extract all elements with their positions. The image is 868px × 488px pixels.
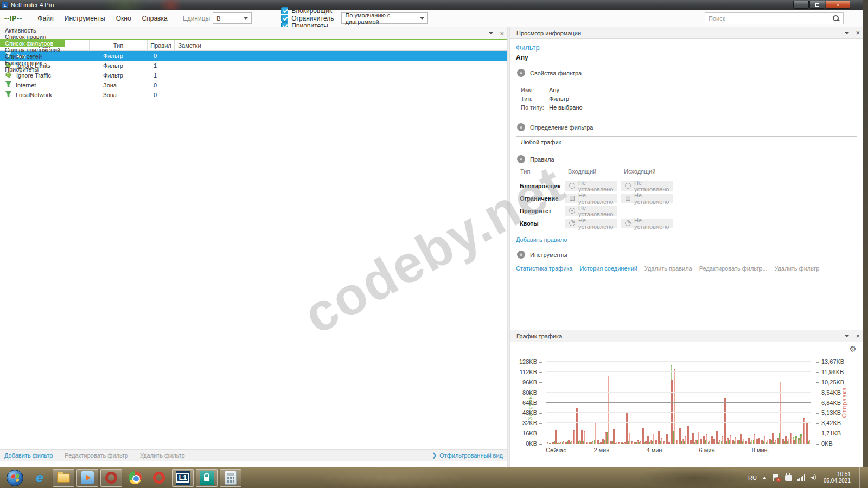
table-row[interactable]: InternetЗона0: [0, 80, 507, 90]
upload-bar: [558, 442, 559, 444]
tray-expand-icon[interactable]: [762, 477, 767, 479]
collapse-icon[interactable]: ∧: [517, 69, 525, 77]
network-signal-icon[interactable]: [797, 474, 805, 481]
filtered-view-link[interactable]: ❯ Отфильтрованный вид: [432, 452, 503, 459]
rule-incoming-badge[interactable]: Не установлено: [565, 219, 617, 228]
upload-bar: [597, 440, 599, 444]
menu-item-3[interactable]: Окно: [111, 12, 137, 24]
collapse-icon[interactable]: ∧: [517, 155, 525, 163]
row-type-cell: Фильтр: [90, 53, 148, 59]
pane-close-icon[interactable]: ×: [500, 30, 504, 37]
titlebar: L NetLimiter 4 Pro – ×: [0, 0, 863, 10]
tab-4[interactable]: Список приложений: [0, 47, 65, 53]
taskbar-item-opera-beta[interactable]: [100, 469, 122, 487]
menu-item-2[interactable]: Инструменты: [59, 12, 111, 24]
tab-2[interactable]: Список правил: [0, 34, 65, 40]
maximize-button[interactable]: [809, 1, 825, 9]
pane-close-icon[interactable]: ×: [856, 332, 860, 339]
opera-beta-icon: [105, 472, 117, 484]
taskbar-item-media-player[interactable]: [76, 469, 98, 487]
upload-bar: [565, 442, 567, 444]
search-input[interactable]: [709, 15, 832, 22]
tab-6[interactable]: Блокировщик: [0, 60, 65, 66]
upload-bar: [695, 440, 697, 444]
collapse-icon[interactable]: ∧: [517, 123, 525, 131]
section-tools[interactable]: ∧ Инструменты: [517, 251, 857, 259]
section-label: Инструменты: [530, 252, 567, 258]
pane-menu-icon[interactable]: [845, 32, 849, 34]
section-properties[interactable]: ∧ Свойства фильтра: [517, 69, 857, 77]
tool-link-2[interactable]: История соединений: [579, 265, 637, 272]
language-indicator[interactable]: RU: [748, 474, 757, 481]
upload-bar: [764, 436, 765, 444]
upload-bar: [751, 440, 752, 444]
upload-bar: [682, 439, 684, 444]
rule-outgoing-badge[interactable]: Не установлено: [621, 181, 673, 191]
rule-incoming-badge[interactable]: Не установлено: [565, 194, 617, 203]
minimize-button[interactable]: –: [793, 1, 809, 9]
tab-3[interactable]: Список фильтров: [0, 40, 65, 47]
menu-item-1[interactable]: Файл: [32, 12, 59, 24]
gear-icon[interactable]: ⚙: [850, 344, 857, 354]
show-desktop-button[interactable]: [859, 467, 864, 488]
taskbar-item-internet-explorer[interactable]: e: [29, 469, 50, 487]
filtered-view-label: Отфильтрованный вид: [439, 452, 503, 459]
pane-close-icon[interactable]: ×: [856, 29, 860, 36]
toolbar-checkbox-1[interactable]: Блокировщик: [281, 7, 334, 15]
view-mode-dropdown[interactable]: По умолчанию с диаграммой: [341, 12, 428, 24]
column-header-2[interactable]: Тип: [90, 40, 148, 50]
upload-bar: [629, 433, 630, 444]
tab-1[interactable]: Активность: [0, 27, 65, 34]
power-plug-icon[interactable]: [785, 475, 792, 481]
rule-type-label: Ограничение: [520, 195, 565, 202]
tool-link-1[interactable]: Статистика трафика: [516, 265, 572, 272]
menu-item-4[interactable]: Справка: [137, 12, 173, 24]
desktop: L NetLimiter 4 Pro – × --IP-- ФайлИнстру…: [0, 0, 868, 488]
add-rule-link[interactable]: Добавить правило: [516, 236, 857, 243]
upload-bar: [560, 442, 561, 444]
start-button[interactable]: [7, 470, 23, 486]
square-icon: [625, 195, 631, 201]
table-row[interactable]: AnyФильтр0: [0, 51, 507, 61]
upload-bar: [713, 439, 715, 444]
volume-icon[interactable]: [810, 474, 818, 481]
taskbar-item-calculator[interactable]: [220, 469, 241, 487]
rule-incoming-badge[interactable]: Не установлено: [565, 181, 617, 191]
taskbar-item-opera[interactable]: [148, 469, 170, 487]
collapse-icon[interactable]: ∧: [517, 251, 525, 259]
pane-menu-icon[interactable]: [489, 32, 493, 34]
close-button[interactable]: ×: [826, 1, 850, 9]
rule-outgoing-badge[interactable]: Не установлено: [621, 219, 673, 228]
toolbar-checkbox-2[interactable]: Ограничитель: [281, 15, 334, 22]
upload-bar: [698, 432, 699, 444]
taskbar-item-file-explorer[interactable]: [53, 469, 74, 487]
right-axis-tick: 5,13KB: [816, 409, 841, 416]
section-rules[interactable]: ∧ Правила: [517, 155, 857, 163]
pane-menu-icon[interactable]: [845, 335, 849, 337]
action-center-flag-icon[interactable]: ✕: [772, 474, 780, 481]
units-dropdown[interactable]: B: [213, 12, 252, 24]
property-label: По типу:: [521, 104, 549, 111]
table-row[interactable]: Ignore TrafficФильтр1: [0, 70, 507, 80]
right-axis-tick: 1,71KB: [816, 430, 841, 436]
tab-7[interactable]: Приоритеты: [0, 66, 65, 73]
table-row[interactable]: Ignore LimitsФильтр1: [0, 61, 507, 70]
section-definition[interactable]: ∧ Определение фильтра: [517, 123, 857, 131]
footer-link-1[interactable]: Добавить фильтр: [4, 452, 53, 459]
left-footer-bar: Добавить фильтрРедактировать фильтрУдали…: [0, 449, 507, 461]
clock[interactable]: 10:51 05.04.2021: [824, 471, 851, 484]
upload-bar: [769, 439, 771, 444]
column-header-4[interactable]: Заметки: [175, 40, 205, 50]
rule-outgoing-badge[interactable]: Не установлено: [621, 194, 673, 203]
column-header-3[interactable]: Правил: [148, 40, 175, 50]
row-rules-count: 0: [148, 82, 175, 88]
taskbar-item-chrome[interactable]: [124, 469, 146, 487]
taskbar-item-lock-app[interactable]: [196, 469, 218, 487]
search-icon[interactable]: [832, 15, 840, 22]
tab-5[interactable]: Список сетей: [0, 53, 65, 60]
table-row[interactable]: LocalNetworkЗона0: [0, 90, 507, 100]
taskbar-item-netlimiter[interactable]: L1: [172, 469, 194, 487]
upload-bar: [754, 434, 755, 444]
rule-incoming-badge[interactable]: Не установлено: [565, 206, 617, 216]
upload-bar: [637, 440, 639, 444]
